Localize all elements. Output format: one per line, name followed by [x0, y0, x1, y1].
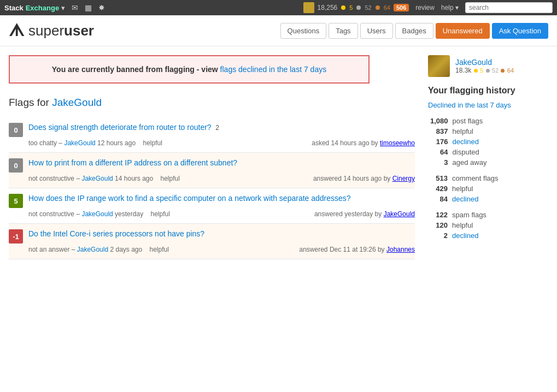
flags-list: 0 Does signal strength deteriorate from …	[9, 117, 415, 259]
post-flags-row: 1,080 post flags	[428, 116, 548, 126]
inbox-icon[interactable]: ✉	[72, 3, 78, 12]
post-flags-table: 1,080 post flags 837 helpful 176 decline…	[428, 116, 548, 168]
flag-count: 2	[215, 124, 219, 132]
flag-reason: not constructive – JakeGould yesterday	[28, 210, 143, 218]
flag-score-row: -1 Do the Intel Core-i series processors…	[9, 229, 415, 243]
post-declined-label[interactable]: declined	[450, 136, 548, 147]
nav-tags[interactable]: Tags	[329, 23, 357, 39]
spam-declined-count: 2	[428, 230, 450, 241]
flag-helpful: helpful	[143, 139, 162, 147]
flag-score-row: 0 How to print from a different IP addre…	[9, 158, 415, 173]
flag-title: How does the IP range work to find a spe…	[28, 194, 351, 203]
comment-flags-row: 513 comment flags	[428, 173, 548, 183]
flag-question-link[interactable]: How to print from a different IP address…	[28, 158, 237, 167]
post-declined-row: 176 declined	[428, 136, 548, 147]
site-nav: Questions Tags Users Badges Unanswered A…	[280, 23, 548, 39]
nav-questions[interactable]: Questions	[280, 23, 327, 39]
silver-dot	[356, 5, 361, 10]
comment-flags-count: 513	[428, 173, 450, 183]
flagging-history: Your flagging history Declined in the la…	[428, 86, 548, 241]
sidebar-gold-count: 5	[480, 67, 483, 74]
navbar-stack-text: Stack	[4, 4, 24, 12]
flag-user-link[interactable]: JakeGould	[77, 246, 108, 253]
flag-asked-meta: answered Dec 11 at 19:26 by Johannes	[300, 246, 415, 253]
search-input[interactable]	[465, 2, 553, 13]
page-title: Flags for JakeGould	[9, 97, 415, 109]
silver-count: 52	[365, 4, 371, 11]
help-link[interactable]: help ▾	[441, 4, 459, 11]
left-column: You are currently banned from flagging -…	[9, 55, 415, 259]
flag-question-link[interactable]: How does the IP range work to find a spe…	[28, 194, 351, 203]
navbar-user[interactable]: 18,256 5 52 64 506	[303, 2, 409, 13]
post-flags-count: 1,080	[428, 116, 450, 126]
sidebar-silver-dot	[486, 69, 490, 73]
flag-question-link[interactable]: Does signal strength deteriorate from ro…	[28, 123, 212, 132]
asked-user-link[interactable]: timoseewho	[380, 139, 415, 147]
sidebar-user-card: JakeGould 18.3k 5 52 64	[428, 55, 548, 77]
spam-declined-row: 2 declined	[428, 230, 548, 241]
logo-user: user	[64, 22, 94, 39]
comment-flags-label: comment flags	[450, 173, 548, 183]
gold-dot	[341, 5, 345, 10]
flag-title: Do the Intel Core-i series processors no…	[28, 229, 204, 238]
asked-user-link[interactable]: Johannes	[386, 246, 415, 253]
flag-user-link[interactable]: JakeGould	[81, 210, 113, 218]
flag-meta: answered Dec 11 at 19:26 by Johannes not…	[9, 246, 415, 253]
site-logo[interactable]: ᗑ superuser	[9, 22, 94, 39]
flagging-history-title: Your flagging history	[428, 86, 548, 96]
spam-flags-row: 122 spam flags	[428, 210, 548, 220]
site-header: ᗑ superuser Questions Tags Users Badges …	[0, 15, 557, 46]
sidebar-bronze-count: 64	[507, 67, 514, 74]
nav-users[interactable]: Users	[360, 23, 393, 39]
bronze-dot	[376, 5, 380, 10]
post-disputed-label: disputed	[450, 147, 548, 157]
nav-badges[interactable]: Badges	[395, 23, 433, 39]
achievements-icon[interactable]: ▦	[85, 3, 92, 12]
flag-item: -1 Do the Intel Core-i series processors…	[9, 224, 415, 259]
post-disputed-count: 64	[428, 147, 450, 157]
post-flags-section: 1,080 post flags 837 helpful 176 decline…	[428, 116, 548, 168]
asked-user-link[interactable]: JakeGould	[384, 210, 415, 218]
flag-item: 5 How does the IP range work to find a s…	[9, 188, 415, 224]
spam-declined-label[interactable]: declined	[450, 230, 548, 241]
declined-link[interactable]: Declined in the last 7 days	[428, 101, 548, 109]
flag-asked-meta: answered 14 hours ago by Cinergy	[313, 175, 415, 182]
comment-declined-label[interactable]: declined	[450, 194, 548, 204]
spam-helpful-count: 120	[428, 220, 450, 230]
flag-user-link[interactable]: JakeGould	[64, 139, 95, 147]
main-content: You are currently banned from flagging -…	[0, 46, 557, 268]
sidebar-username[interactable]: JakeGould	[455, 58, 514, 67]
ban-link[interactable]: flags declined in the last 7 days	[220, 65, 327, 74]
flag-question-link[interactable]: Do the Intel Core-i series processors no…	[28, 229, 204, 238]
flag-score: 0	[9, 123, 23, 137]
flag-meta: answered yesterday by JakeGould not cons…	[9, 210, 415, 218]
comment-helpful-count: 429	[428, 183, 450, 194]
ban-notice: You are currently banned from flagging -…	[9, 55, 370, 84]
comment-declined-row: 84 declined	[428, 194, 548, 204]
nav-ask-question[interactable]: Ask Question	[492, 23, 548, 39]
navbar-brand[interactable]: StackExchange ▾	[4, 4, 65, 12]
navbar-dropdown-icon[interactable]: ▾	[61, 4, 65, 12]
sidebar-avatar	[428, 55, 450, 77]
flag-asked-meta: asked 14 hours ago by timoseewho	[312, 139, 415, 147]
flag-reason: too chatty – JakeGould 12 hours ago	[28, 139, 136, 147]
site-switcher-icon[interactable]: ✸	[98, 3, 105, 12]
asked-user-link[interactable]: Cinergy	[392, 175, 415, 182]
sidebar-rep: 18.3k 5 52 64	[455, 67, 514, 74]
review-link[interactable]: review	[415, 4, 435, 11]
flag-user-link[interactable]: JakeGould	[81, 175, 113, 182]
post-aged-label: aged away	[450, 157, 548, 168]
flag-reason: not constructive – JakeGould 14 hours ag…	[28, 175, 153, 182]
navbar-rep: 18,256	[318, 4, 338, 11]
spam-flags-count: 122	[428, 210, 450, 220]
gold-count: 5	[349, 4, 353, 11]
sidebar-silver-count: 52	[492, 67, 499, 74]
comment-flags-table: 513 comment flags 429 helpful 84 decline…	[428, 173, 548, 204]
navbar-avatar	[303, 2, 314, 13]
logo-icon: ᗑ	[9, 22, 24, 39]
page-title-username[interactable]: JakeGould	[52, 97, 102, 108]
navbar: StackExchange ▾ ✉ ▦ ✸ 18,256 5 52 64 506…	[0, 0, 557, 15]
spam-flags-label: spam flags	[450, 210, 548, 220]
nav-unanswered[interactable]: Unanswered	[436, 23, 490, 39]
flag-meta: asked 14 hours ago by timoseewho too cha…	[9, 139, 415, 147]
